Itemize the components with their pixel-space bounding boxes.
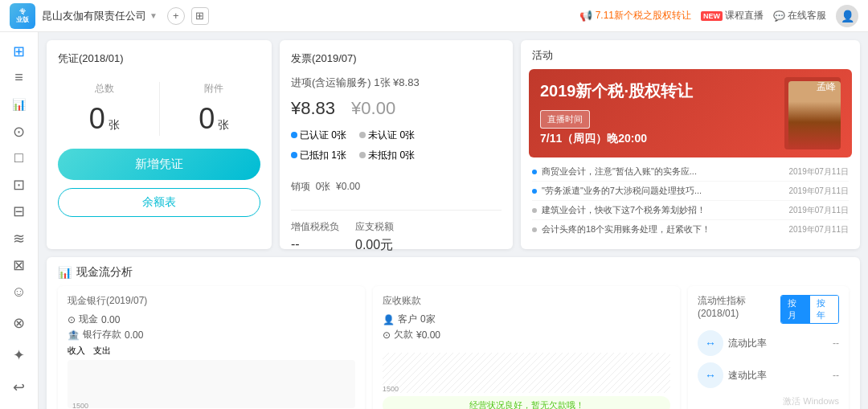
sidebar-item-back[interactable]: ↩ [3,372,35,403]
invoice-sale-row: 销项 0张 ¥0.00 [291,180,502,194]
total-label: 总数 [58,82,151,96]
cash-chart: 1500 [68,360,355,408]
asset-icon: ⊡ [13,176,25,194]
sidebar-item-settings[interactable]: ✦ [3,340,35,370]
news-text-3: 建筑业会计，快收下这7个税务筹划妙招！ [542,204,706,216]
banner-live-btn: 直播时间 [540,110,590,129]
vat-tax: 增值税税负 -- [291,220,339,254]
news-dot-2 [532,189,537,194]
notice-text: 7.11新个税之股权转让 [596,9,691,22]
news-date-2: 2019年07月11日 [789,186,850,197]
news-item-1[interactable]: 商贸业会计，注意"暂估入账"的实务应... 2019年07月11日 [532,162,849,182]
attachment-label: 附件 [168,82,261,96]
chevron-down-icon: ▼ [149,11,158,20]
attachment-unit: 张 [218,118,229,133]
news-dot-3 [532,208,537,213]
invoice-amount2: ¥0.00 [351,98,395,119]
service-icon: 💬 [773,10,785,22]
banner-title: 2019新个税·股权转让 [540,80,693,102]
user-avatar[interactable]: 👤 [836,5,858,27]
verified-status: 已认证 0张 [291,129,346,142]
receivable-title: 应收账款 [383,294,670,308]
top-row: 凭证(2018/01) 总数 0 张 附件 0 张 [47,40,860,249]
back-icon: ↩ [13,378,25,396]
customer-value: 0家 [420,313,436,326]
bank-icon: 🏦 [68,329,80,341]
news-dot-4 [532,227,537,232]
news-date-1: 2019年07月11日 [789,166,850,178]
notice-banner[interactable]: 📢 7.11新个税之股权转让 [579,9,691,22]
activity-card: 活动 2019新个税·股权转让 直播时间 7/11（周四）晚20:00 孟峰 [521,40,860,249]
header-quick-icons: + ⊞ [167,7,209,25]
sidebar-item-asset[interactable]: ⊡ [3,172,35,197]
app-logo[interactable]: 专业版 [10,3,35,29]
banner-time: 7/11（周四）晚20:00 [540,132,693,146]
vat-label: 增值税税负 [291,220,339,234]
customer-label: 客户 [398,313,417,326]
expense-legend: 支出 [93,345,111,357]
total-stat: 总数 0 张 [58,82,151,136]
attachment-stat: 附件 0 张 [168,82,261,136]
total-value: 0 [89,102,105,136]
news-date-3: 2019年07月11日 [789,205,850,216]
invoice-amount-row: ¥8.83 ¥0.00 [291,98,502,119]
activity-news-list: 商贸业会计，注意"暂估入账"的实务应... 2019年07月11日 "劳务派遣"… [521,157,860,249]
liquidity-card: 流动性指标(2018/01) 按月 按年 ↔ 流动比率 -- [688,286,849,409]
voucher-icon: ≡ [14,69,23,86]
company-name: 昆山友伽有限责任公司 [42,9,146,23]
receivable-chart: 1500 [383,345,670,393]
activity-title: 活动 [521,40,860,69]
sidebar-item-salary[interactable]: ≋ [3,226,35,251]
banner-avatar-area: 孟峰 [784,77,841,149]
sidebar-item-other[interactable]: ☺ [3,280,35,305]
cash-bank-title: 现金银行(2019/07) [68,294,355,308]
gear-icon: ✦ [13,346,25,364]
new-voucher-button[interactable]: 新增凭证 [58,149,260,180]
sidebar-item-home[interactable]: ⊞ [3,39,35,63]
header-right: 📢 7.11新个税之股权转让 NEW 课程直播 💬 在线客服 👤 [579,5,858,27]
sidebar-item-report[interactable]: ⊙ [3,119,35,144]
period-toggle: 按月 按年 [780,295,839,324]
cash-circle-icon: ⊙ [68,314,76,325]
sidebar-item-security[interactable]: ⊗ [3,308,35,338]
sidebar-item-invoice[interactable]: □ [3,145,35,170]
company-selector[interactable]: 昆山友伽有限责任公司 ▼ [42,9,158,23]
sidebar-item-voucher[interactable]: ≡ [3,65,35,90]
news-text-4: 会计头疼的18个实用账务处理，赶紧收下！ [542,223,710,235]
sidebar-item-contact[interactable]: ⊟ [3,199,35,224]
sidebar-item-inventory[interactable]: ⊠ [3,252,35,277]
debt-icon: ⊙ [383,329,391,341]
live-link[interactable]: NEW 课程直播 [701,9,764,22]
other-icon: ☺ [11,284,26,301]
liquidity-ratio-item: ↔ 流动比率 -- [698,330,839,356]
news-item-4[interactable]: 会计头疼的18个实用账务处理，赶紧收下！ 2019年07月11日 [532,220,849,239]
watermark-line1: 激活 Windows [698,395,839,409]
add-icon[interactable]: + [167,7,185,25]
customer-icon: 👤 [383,314,395,325]
bank-label: 银行存款 [83,328,121,342]
debt-item: ⊙ 欠款 ¥0.00 [383,328,670,342]
news-text-1: 商贸业会计，注意"暂估入账"的实务应... [542,166,697,178]
news-date-4: 2019年07月11日 [789,224,850,235]
news-item-2[interactable]: "劳务派遣"业务的7大涉税问题处理技巧... 2019年07月11日 [532,182,849,201]
salary-icon: ≋ [13,230,25,247]
invoice-summary: 进项(含运输服务) 1张 ¥8.83 [291,76,502,90]
year-toggle-btn[interactable]: 按年 [810,296,838,323]
receivable-card: 应收账款 👤 客户 0家 ⊙ 欠款 ¥0.00 1500 [373,286,680,409]
service-link[interactable]: 💬 在线客服 [773,9,826,22]
invoice-status-row1: 已认证 0张 未认证 0张 [291,129,502,142]
chart-label: 1500 [72,402,88,409]
grid-icon[interactable]: ⊞ [191,7,209,25]
activity-banner[interactable]: 2019新个税·股权转让 直播时间 7/11（周四）晚20:00 孟峰 [529,69,852,157]
contact-icon: ⊟ [13,202,25,220]
invoice-card-title: 发票(2019/07) [291,51,502,66]
banner-content: 2019新个税·股权转让 直播时间 7/11（周四）晚20:00 [540,80,693,146]
sidebar: ⊞ ≡ 📊 ⊙ □ ⊡ ⊟ ≋ ⊠ ☺ ⊗ ✦ ↩ [0,32,39,409]
news-item-3[interactable]: 建筑业会计，快收下这7个税务筹划妙招！ 2019年07月11日 [532,201,849,220]
main-content: 凭证(2018/01) 总数 0 张 附件 0 张 [39,32,868,409]
balance-sheet-button[interactable]: 余额表 [58,188,260,217]
sale-label: 销项 0张 ¥0.00 [291,180,360,194]
quick-ratio-icon: ↔ [698,362,723,388]
month-toggle-btn[interactable]: 按月 [781,296,809,323]
sidebar-item-ledger[interactable]: 📊 [3,92,35,117]
